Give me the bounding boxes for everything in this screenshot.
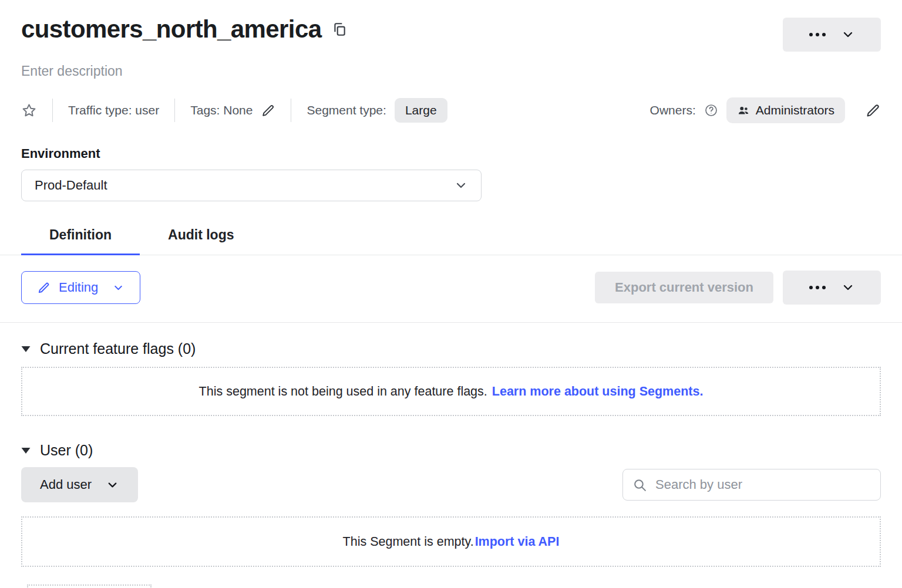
people-icon (737, 104, 750, 117)
search-icon (632, 478, 647, 492)
title-wrap: customers_north_america (21, 15, 347, 43)
question-circle-icon (704, 103, 718, 117)
segment-type-group: Segment type: Large (307, 98, 447, 123)
learn-more-link[interactable]: Learn more about using Segments. (492, 384, 704, 399)
editing-label: Editing (59, 280, 98, 295)
export-current-version-button[interactable]: Export current version (595, 272, 773, 303)
divider (291, 99, 291, 122)
user-empty-line: This Segment is empty. Import via API (343, 535, 560, 549)
chevron-down-icon (112, 282, 124, 294)
toolbar-right: Export current version (595, 271, 881, 305)
copy-name-button[interactable] (332, 22, 347, 37)
user-section-title: User (0) (40, 442, 93, 459)
page-title: customers_north_america (21, 15, 321, 43)
import-via-api-link[interactable]: Import via API (475, 535, 560, 549)
segment-type-label: Segment type: (307, 103, 386, 117)
description-placeholder[interactable]: Enter description (21, 63, 123, 79)
copy-icon (332, 22, 347, 37)
editing-mode-button[interactable]: Editing (21, 271, 140, 304)
caret-down-icon (21, 346, 31, 353)
edit-tags-button[interactable] (261, 103, 275, 118)
tab-audit-logs[interactable]: Audit logs (140, 219, 262, 255)
user-section-toggle[interactable]: User (0) (21, 442, 93, 459)
tab-definition[interactable]: Definition (21, 219, 140, 255)
feature-flags-section-title: Current feature flags (0) (40, 340, 196, 357)
chevron-down-icon (454, 178, 468, 192)
favorite-button[interactable] (21, 103, 37, 119)
owners-value: Administrators (756, 103, 834, 117)
chevron-down-icon (841, 28, 855, 42)
divider (174, 99, 175, 122)
definition-toolbar: Editing Export current version (21, 271, 881, 305)
definition-more-actions-button[interactable] (783, 271, 881, 305)
horizontal-divider (0, 322, 902, 323)
environment-section: Environment Prod-Default (21, 146, 881, 201)
tags-label: Tags: None (190, 103, 253, 117)
pencil-icon (865, 103, 881, 119)
user-empty-text: This Segment is empty. (343, 535, 474, 549)
divider (52, 99, 53, 122)
pencil-icon (261, 103, 275, 118)
environment-selected-value: Prod-Default (35, 178, 107, 193)
user-search-input[interactable] (654, 477, 871, 493)
segment-type-badge: Large (395, 98, 447, 123)
caret-down-icon (21, 447, 31, 454)
feature-flags-section-toggle[interactable]: Current feature flags (0) (21, 340, 196, 357)
environment-label: Environment (21, 146, 881, 161)
user-search-box (622, 469, 881, 501)
ellipsis-icon (809, 33, 826, 36)
meta-row: Traffic type: user Tags: None Segment ty… (21, 97, 881, 124)
star-icon (21, 103, 37, 119)
pencil-icon (37, 281, 51, 295)
owners-help-button[interactable] (704, 103, 718, 117)
chevron-down-icon (106, 478, 119, 492)
add-user-button[interactable]: Add user (21, 467, 138, 502)
feature-flags-empty-text: This segment is not being used in any fe… (199, 384, 487, 399)
page-header: customers_north_america (21, 15, 881, 52)
feature-flags-empty-state: This segment is not being used in any fe… (21, 367, 881, 416)
user-controls-row: Add user (21, 467, 881, 502)
edit-owners-button[interactable] (865, 103, 881, 119)
owners-label: Owners: (650, 103, 696, 117)
environment-select[interactable]: Prod-Default (21, 170, 482, 201)
partial-dotted-box (27, 584, 152, 588)
owners-badge: Administrators (726, 97, 845, 123)
ellipsis-icon (809, 286, 826, 289)
user-empty-state: This Segment is empty. Import via API (21, 516, 881, 567)
traffic-type-label: Traffic type: user (68, 103, 159, 117)
owners-group: Owners: (650, 97, 881, 123)
chevron-down-icon (841, 281, 855, 295)
tags-group: Tags: None (190, 103, 275, 118)
tab-bar: Definition Audit logs (0, 219, 902, 255)
add-user-label: Add user (40, 477, 92, 492)
segment-detail-page: customers_north_america Enter descriptio… (0, 0, 902, 588)
header-more-actions-button[interactable] (783, 18, 881, 52)
feature-flags-empty-line: This segment is not being used in any fe… (199, 384, 704, 399)
